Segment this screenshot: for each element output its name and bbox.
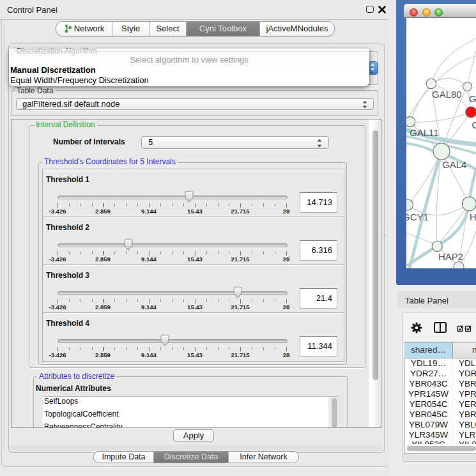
svg-text:HAP2: HAP2: [438, 251, 463, 262]
svg-text:HI: HI: [470, 211, 476, 222]
svg-text:GAL80: GAL80: [432, 89, 462, 100]
svg-text:GCY1: GCY1: [406, 211, 429, 222]
svg-text:CD: CD: [472, 119, 476, 130]
svg-text:GAL11: GAL11: [410, 127, 439, 138]
svg-text:GAL4: GAL4: [442, 159, 466, 170]
svg-text:GAL: GAL: [469, 93, 476, 104]
